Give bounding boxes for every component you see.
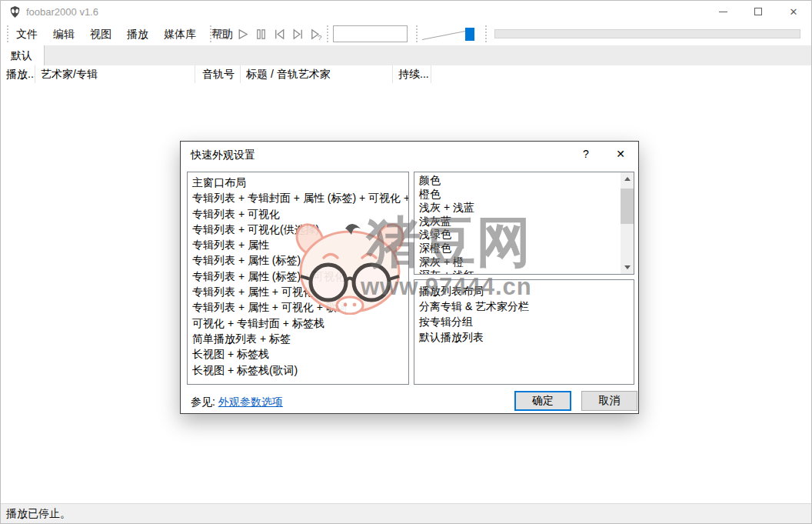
see-also-text: 参见: 外观参数选项 <box>191 396 283 409</box>
list-item[interactable]: 浅灰蓝 <box>414 215 621 229</box>
list-item[interactable]: 浅绿色 <box>414 228 621 242</box>
appearance-preferences-link[interactable]: 外观参数选项 <box>218 396 283 408</box>
next-button[interactable] <box>288 25 307 43</box>
menu-edit[interactable]: 编辑 <box>45 22 82 45</box>
dialog-title: 快速外观设置 <box>191 149 255 162</box>
playlist-tabstrip: 默认 <box>1 45 811 65</box>
list-item[interactable]: 按专辑分组 <box>414 314 634 329</box>
ok-button[interactable]: 确定 <box>514 391 571 411</box>
volume-slider-handle <box>465 28 474 41</box>
window-title: foobar2000 v1.6 <box>26 6 98 18</box>
scroll-up-button[interactable] <box>621 172 634 185</box>
seekbar[interactable] <box>494 29 800 38</box>
window-controls: ✕ <box>705 1 811 22</box>
colors-scrollbar[interactable] <box>621 172 634 274</box>
list-item[interactable]: 专辑列表 + 属性 <box>188 237 408 252</box>
volume-slider[interactable] <box>421 25 482 43</box>
maximize-button[interactable] <box>740 1 776 22</box>
list-item[interactable]: 深灰 + 浅红 <box>414 269 621 275</box>
play-icon <box>235 27 250 42</box>
list-item[interactable]: 橙色 <box>414 188 621 202</box>
column-artist-album[interactable]: 艺术家/专辑 <box>35 65 195 83</box>
list-item[interactable]: 专辑列表 + 专辑封面 + 属性 (标签) + 可视化 + 歌词 <box>188 190 408 205</box>
random-button[interactable]: ? <box>307 25 325 43</box>
tab-default[interactable]: 默认 <box>1 45 45 65</box>
minimize-icon <box>719 12 727 12</box>
play-button[interactable] <box>233 25 251 43</box>
toolbar: 文件 编辑 视图 播放 媒体库 帮助 <box>1 22 811 45</box>
playlist-header: 播放... 艺术家/专辑 音轨号 标题 / 音轨艺术家 持续... <box>1 65 811 83</box>
close-icon: ✕ <box>790 6 798 18</box>
maximize-icon <box>754 8 762 15</box>
column-title-artist[interactable]: 标题 / 音轨艺术家 <box>241 65 393 83</box>
colors-listbox[interactable]: 颜色 橙色 浅灰 + 浅蓝 浅灰蓝 浅绿色 深橙色 深灰 + 橙 深灰 + 浅红 <box>414 172 634 275</box>
list-item[interactable]: 简单播放列表 + 标签 <box>188 331 408 346</box>
scrollbar-thumb[interactable] <box>621 189 634 224</box>
app-window: foobar2000 v1.6 ✕ 文件 编辑 视图 播放 媒体库 帮助 <box>0 0 812 524</box>
list-item[interactable]: 长视图 + 标签栈(歌词) <box>188 362 408 378</box>
list-item[interactable]: 主窗口布局 <box>188 175 408 190</box>
menu-bar: 文件 编辑 视图 播放 媒体库 帮助 <box>8 22 241 45</box>
scroll-up-icon <box>624 177 631 181</box>
previous-button[interactable] <box>270 25 288 43</box>
cancel-button[interactable]: 取消 <box>581 391 637 411</box>
column-duration[interactable]: 持续... <box>393 65 431 83</box>
list-item[interactable]: 分离专辑 & 艺术家分栏 <box>414 299 634 314</box>
quick-appearance-dialog: 快速外观设置 ? ✕ 主窗口布局 专辑列表 + 专辑封面 + 属性 (标签) +… <box>180 141 639 414</box>
list-item[interactable]: 浅灰 + 浅蓝 <box>414 201 621 215</box>
svg-text:?: ? <box>317 32 321 41</box>
pause-icon <box>254 27 268 42</box>
stop-button[interactable] <box>215 25 233 43</box>
next-icon <box>291 27 305 42</box>
random-play-icon: ? <box>309 27 324 42</box>
status-bar: 播放已停止。 <box>1 503 811 523</box>
list-item[interactable]: 可视化 + 专辑封面 + 标签栈 <box>188 315 408 331</box>
previous-icon <box>272 27 287 42</box>
toolbar-grip[interactable] <box>416 25 418 42</box>
menu-view[interactable]: 视图 <box>82 22 119 45</box>
scroll-down-button[interactable] <box>621 261 634 274</box>
list-item[interactable]: 专辑列表 + 属性 + 可视化 + 歌词 <box>188 299 408 315</box>
titlebar: foobar2000 v1.6 ✕ <box>1 1 811 22</box>
list-item[interactable]: 专辑列表 + 属性 + 可视化 <box>188 284 408 299</box>
toolbar-grip[interactable] <box>485 25 488 42</box>
menu-file[interactable]: 文件 <box>8 22 45 45</box>
dialog-close-button[interactable]: ✕ <box>609 145 632 162</box>
list-item[interactable]: 专辑列表 + 可视化(供选择) <box>188 222 408 237</box>
list-item[interactable]: 专辑列表 + 属性 (标签) <box>188 252 408 268</box>
search-input[interactable] <box>333 25 408 42</box>
list-item[interactable]: 专辑列表 + 属性 (标签) + 可视化 <box>188 269 408 284</box>
main-layout-listbox[interactable]: 主窗口布局 专辑列表 + 专辑封面 + 属性 (标签) + 可视化 + 歌词 专… <box>187 172 409 385</box>
playlist-layout-listbox[interactable]: 播放列表布局 分离专辑 & 艺术家分栏 按专辑分组 默认播放列表 <box>414 279 634 385</box>
scroll-down-icon <box>624 265 631 269</box>
column-track-number[interactable]: 音轨号 <box>195 65 241 83</box>
toolbar-grip[interactable] <box>327 25 329 42</box>
list-item[interactable]: 颜色 <box>414 174 621 188</box>
list-item[interactable]: 深灰 + 橙 <box>414 255 621 269</box>
see-also-prefix: 参见: <box>191 396 218 408</box>
foobar2000-logo-icon <box>8 5 22 18</box>
dialog-help-button[interactable]: ? <box>577 145 595 162</box>
menu-library[interactable]: 媒体库 <box>156 22 204 45</box>
status-text: 播放已停止。 <box>6 507 71 519</box>
list-item[interactable]: 默认播放列表 <box>414 329 634 345</box>
stop-icon <box>217 27 231 42</box>
column-filler <box>431 65 811 83</box>
column-playing[interactable]: 播放... <box>1 65 35 83</box>
playback-buttons: ? <box>215 25 325 43</box>
list-item[interactable]: 专辑列表 + 可视化 <box>188 206 408 222</box>
list-item[interactable]: 播放列表布局 <box>414 283 634 299</box>
close-button[interactable]: ✕ <box>776 1 811 22</box>
list-item[interactable]: 深橙色 <box>414 242 621 255</box>
pause-button[interactable] <box>251 25 270 43</box>
menu-playback[interactable]: 播放 <box>119 22 156 45</box>
list-item[interactable]: 长视图 + 标签栈 <box>188 346 408 362</box>
minimize-button[interactable] <box>705 1 740 22</box>
